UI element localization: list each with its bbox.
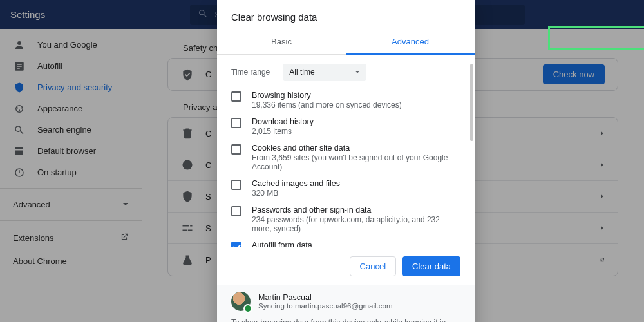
checkbox[interactable] (231, 91, 242, 102)
option-browsing-history[interactable]: Browsing history 19,336 items (and more … (231, 87, 460, 113)
checkbox[interactable] (231, 206, 242, 216)
clear-data-button[interactable]: Clear data (402, 256, 460, 276)
sync-user-row: Martin Pascual Syncing to martin.pascual… (231, 292, 460, 311)
chevron-down-icon (355, 68, 360, 77)
user-sync-status: Syncing to martin.pascual96@gmail.com (258, 302, 393, 310)
checkbox[interactable] (231, 118, 242, 128)
tab-advanced[interactable]: Advanced (346, 30, 475, 55)
checkbox[interactable] (231, 242, 242, 247)
dialog-actions: Cancel Clear data (217, 250, 475, 285)
option-download-history[interactable]: Download history 2,015 items (231, 113, 460, 140)
dialog-body: Time range All time Browsing history 19,… (217, 55, 475, 250)
footnote: To clear browsing data from this device … (231, 317, 460, 322)
time-range-row: Time range All time (231, 64, 460, 80)
sync-badge-icon (243, 304, 252, 313)
option-autofill-form-data[interactable]: Autofill form data (231, 237, 460, 247)
cancel-button[interactable]: Cancel (350, 256, 396, 276)
user-name: Martin Pascual (258, 293, 393, 302)
option-cookies[interactable]: Cookies and other site data From 3,659 s… (231, 140, 460, 175)
dialog-footer: Martin Pascual Syncing to martin.pascual… (217, 285, 475, 322)
dialog-tabs: Basic Advanced (217, 30, 475, 55)
option-cached-images[interactable]: Cached images and files 320 MB (231, 175, 460, 202)
scrollbar[interactable] (470, 64, 473, 141)
tab-basic[interactable]: Basic (217, 30, 346, 54)
time-range-select[interactable]: All time (283, 64, 366, 80)
clear-browsing-data-dialog: Clear browsing data Basic Advanced Time … (217, 0, 475, 322)
checkbox[interactable] (231, 144, 242, 155)
option-passwords[interactable]: Passwords and other sign-in data 234 pas… (231, 202, 460, 237)
checkbox[interactable] (231, 180, 242, 190)
dialog-title: Clear browsing data (217, 0, 475, 30)
avatar (231, 292, 251, 311)
time-range-label: Time range (231, 68, 270, 77)
